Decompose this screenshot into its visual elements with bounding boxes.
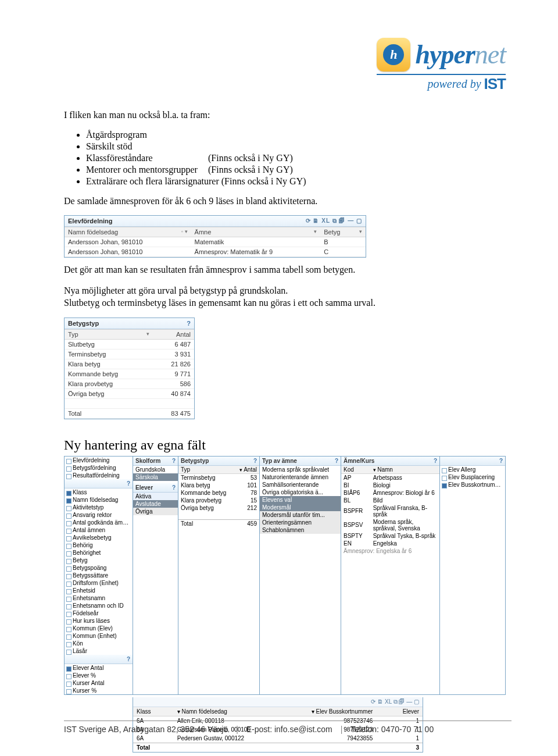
para-2: De samlade ämnesproven för åk 6 och 9 lä… <box>64 195 506 208</box>
header-logo: h hypernet powered by IST <box>64 38 506 91</box>
panel-toolbar-icons: ⟳ 🗎 XL ⧉ 🗐 — ▢ <box>133 697 423 707</box>
para-3: Det gör att man kan se resultaten från ä… <box>64 263 506 276</box>
powered-by: powered by IST <box>377 76 506 91</box>
feature-list: Åtgärdsprogram Särskilt stöd Klassförest… <box>64 130 506 187</box>
screenshot-betygstyp: Betygstyp ? Typ▾ Antal Slutbetyg6 487 Te… <box>64 318 195 419</box>
screenshot-egna-falt: Elevfördelning Betygsfördelning Resultat… <box>64 456 506 695</box>
shot2-title: Betygstyp <box>68 320 99 327</box>
panel-toolbar-icons: ⟳ 🗎 XL ⧉ 🗐 — ▢ <box>306 217 362 224</box>
screenshot-elevfordelning: Elevfördelning ⟳ 🗎 XL ⧉ 🗐 — ▢ Namn födel… <box>64 215 366 258</box>
help-icon: ? <box>187 320 191 327</box>
section-heading: Ny hantering av egna fält <box>64 437 506 454</box>
hypernet-wordmark: hypernet <box>415 41 506 68</box>
hypernet-icon: h <box>377 38 410 72</box>
intro-text: I fliken kan man nu också bl.a. ta fram: <box>64 109 506 122</box>
shot1-title: Elevfördelning <box>68 217 112 224</box>
footer-company: IST Sverige AB, Arabygatan 82, 352 46 Vä… <box>64 725 228 734</box>
page-footer: IST Sverige AB, Arabygatan 82, 352 46 Vä… <box>64 721 512 734</box>
para-4: Nya möjligheter att göra urval på betygs… <box>64 284 506 309</box>
